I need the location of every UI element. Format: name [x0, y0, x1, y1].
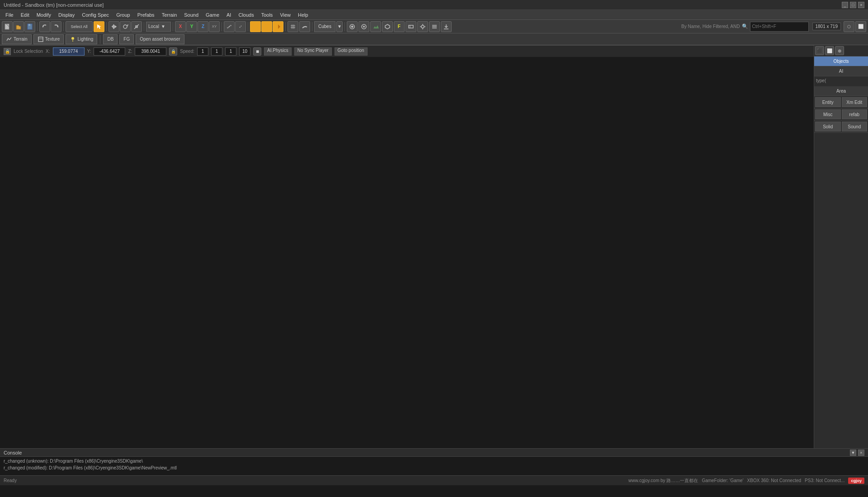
render-button[interactable]: [359, 21, 369, 32]
settings-button[interactable]: [417, 21, 428, 32]
speed4-input[interactable]: [239, 47, 250, 56]
x-input[interactable]: [53, 47, 85, 56]
wireframe-view-button[interactable]: [261, 21, 272, 32]
no-sync-player-button[interactable]: No Sync Player: [294, 47, 332, 56]
move-tool[interactable]: [108, 21, 119, 32]
undo-button[interactable]: [39, 21, 50, 32]
scale-tool[interactable]: [131, 21, 142, 32]
menu-game[interactable]: Game: [202, 11, 223, 19]
fps-button[interactable]: [406, 21, 416, 32]
fg-tab[interactable]: FG: [119, 34, 134, 44]
console-content: r_changed (unknown): D:\Program Files (x…: [0, 457, 868, 472]
xm-edit-btn[interactable]: Xm Edit: [842, 97, 868, 107]
entity-row: Entity Xm Edit: [814, 96, 868, 108]
rotate-tool[interactable]: [120, 21, 131, 32]
svg-point-22: [421, 25, 424, 28]
speed3-input[interactable]: [225, 47, 236, 56]
menu-tools[interactable]: Tools: [258, 11, 277, 19]
menu-prefabs[interactable]: Prefabs: [134, 11, 158, 19]
export-button[interactable]: [441, 21, 452, 32]
rp-icon2[interactable]: ⬜: [825, 46, 834, 55]
y-axis-button[interactable]: Y: [186, 21, 197, 32]
menu-config-spec[interactable]: Config Spec: [78, 11, 113, 19]
menu-terrain[interactable]: Terrain: [158, 11, 181, 19]
goto-position-button[interactable]: Goto position: [335, 47, 368, 56]
sep5: [173, 22, 173, 31]
menu-file[interactable]: File: [2, 11, 17, 19]
cubes-dropdown[interactable]: ▼: [336, 21, 343, 32]
open-button[interactable]: [13, 21, 24, 32]
ai-tab[interactable]: AI: [814, 66, 868, 76]
select-all-button[interactable]: Select All: [66, 21, 93, 32]
menu-clouds[interactable]: Clouds: [235, 11, 257, 19]
ai-physics-button[interactable]: AI.Physics: [264, 47, 292, 56]
menu-view[interactable]: View: [276, 11, 294, 19]
coord-system-dropdown[interactable]: Local ▼: [146, 22, 171, 32]
open-asset-button[interactable]: Open asset browser: [136, 34, 184, 44]
coord-dropdown-arrow: ▼: [161, 24, 165, 29]
z-axis-button[interactable]: Z: [198, 21, 208, 32]
viewport-wrapper: GeomEntity16 Perspective By Name, Hide F…: [0, 45, 814, 448]
menu-display[interactable]: Display: [55, 11, 78, 19]
close-button[interactable]: ×: [858, 2, 864, 8]
lock-coords-button[interactable]: 🔒: [169, 47, 177, 56]
terrain-brush-button[interactable]: [299, 21, 310, 32]
grid-button[interactable]: [288, 21, 298, 32]
db-tab[interactable]: DB: [103, 34, 118, 44]
speed-lock-button[interactable]: ⏹: [253, 47, 261, 56]
cubes-button[interactable]: Cubes: [314, 21, 335, 32]
menu-group[interactable]: Group: [113, 11, 134, 19]
menu-modify[interactable]: Modify: [33, 11, 55, 19]
menu-ai[interactable]: AI: [223, 11, 235, 19]
physics-button[interactable]: [347, 21, 358, 32]
object-button[interactable]: [382, 21, 393, 32]
console-close-btn[interactable]: ×: [858, 450, 864, 456]
misc-tab[interactable]: Misc: [815, 109, 841, 119]
menu-edit[interactable]: Edit: [17, 11, 33, 19]
texture-tab-label: Texture: [45, 37, 60, 42]
entity-tab[interactable]: Entity: [815, 97, 841, 107]
maximize-button[interactable]: □: [850, 2, 856, 8]
speed2-input[interactable]: [211, 47, 222, 56]
rp-icon1[interactable]: ⬛: [815, 46, 824, 55]
coord-system-label: Local: [148, 24, 159, 29]
area-tab[interactable]: Area: [814, 86, 868, 96]
unlink-button[interactable]: [235, 21, 246, 32]
menu-help[interactable]: Help: [294, 11, 312, 19]
solid-tab[interactable]: Solid: [815, 122, 841, 131]
z-input[interactable]: [135, 47, 166, 56]
texture-view-button[interactable]: [273, 21, 283, 32]
sound-btn[interactable]: Sound: [842, 122, 868, 131]
texture-tab[interactable]: Texture: [33, 34, 64, 44]
terrain-tool[interactable]: [370, 21, 381, 32]
redo-button[interactable]: [51, 21, 61, 32]
svg-rect-31: [38, 37, 43, 42]
solid-view-button[interactable]: [250, 21, 261, 32]
speed-input[interactable]: [197, 47, 208, 56]
help-button[interactable]: F: [394, 21, 405, 32]
objects-tab[interactable]: Objects: [814, 56, 868, 66]
x-axis-button[interactable]: X: [175, 21, 186, 32]
config-button[interactable]: [429, 21, 440, 32]
console-collapse-btn[interactable]: ▼: [850, 450, 856, 456]
menu-sound[interactable]: Sound: [180, 11, 202, 19]
select-tool[interactable]: [94, 21, 104, 32]
search-input[interactable]: [750, 22, 809, 32]
minimize-button[interactable]: _: [842, 2, 848, 8]
refab-btn[interactable]: refab: [842, 109, 868, 119]
secondary-toolbar: Terrain Texture Lighting DB FG Open asse…: [0, 33, 868, 45]
link-button[interactable]: [224, 21, 235, 32]
misc-row: Misc refab: [814, 108, 868, 121]
sep9: [312, 22, 312, 31]
rollupbar-toggle[interactable]: ⬡: [844, 21, 854, 32]
sep3: [106, 22, 107, 31]
lighting-tab[interactable]: Lighting: [66, 34, 97, 44]
y-input[interactable]: [94, 47, 125, 56]
new-button[interactable]: [2, 21, 13, 32]
rp-icon3[interactable]: ⊕: [835, 46, 844, 55]
xy-plane-button[interactable]: XY: [209, 21, 220, 32]
terrain-tab[interactable]: Terrain: [2, 34, 32, 44]
panel-toggle[interactable]: ⬜: [855, 21, 866, 32]
save-button[interactable]: [24, 21, 35, 32]
resolution-display: 1801 x 719: [812, 23, 841, 30]
